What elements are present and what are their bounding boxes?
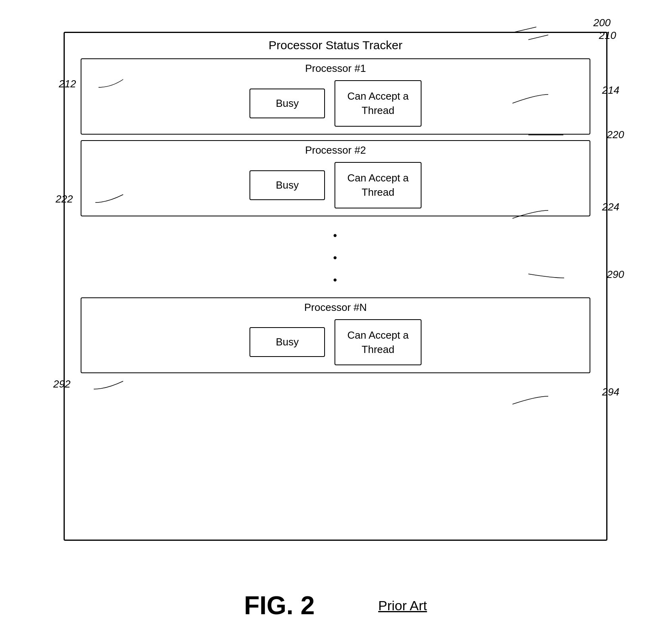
processor-2-block: Processor #2 Busy Can Accept aThread	[81, 140, 590, 216]
ref-200: 200	[594, 17, 611, 29]
processor-2-title: Processor #2	[88, 144, 583, 156]
fig-label: FIG. 2	[244, 591, 315, 620]
processor-1-title: Processor #1	[88, 62, 583, 75]
dots-separator: •••	[65, 222, 606, 293]
processor-n-accept: Can Accept aThread	[335, 319, 422, 366]
ref-214: 214	[602, 84, 619, 96]
processor-1-accept: Can Accept aThread	[335, 80, 422, 127]
ref-292: 292	[53, 378, 70, 390]
prior-art-label: Prior Art	[378, 598, 427, 613]
processor-1-busy: Busy	[249, 89, 325, 118]
processor-1-block: Processor #1 Busy Can Accept aThread	[81, 58, 590, 135]
processor-2-accept: Can Accept aThread	[335, 162, 422, 208]
ref-220: 220	[607, 129, 624, 141]
ref-212: 212	[59, 78, 76, 90]
processor-n-busy: Busy	[249, 327, 325, 357]
processor-n-block: Processor #N Busy Can Accept aThread	[81, 297, 590, 374]
processor-2-busy: Busy	[249, 170, 325, 200]
ref-224: 224	[602, 201, 619, 213]
ref-222: 222	[56, 193, 73, 205]
pst-title: Processor Status Tracker	[65, 33, 606, 54]
ref-210: 210	[599, 29, 616, 42]
ref-290: 290	[607, 268, 624, 281]
processor-n-title: Processor #N	[88, 301, 583, 314]
ref-294: 294	[602, 386, 619, 398]
